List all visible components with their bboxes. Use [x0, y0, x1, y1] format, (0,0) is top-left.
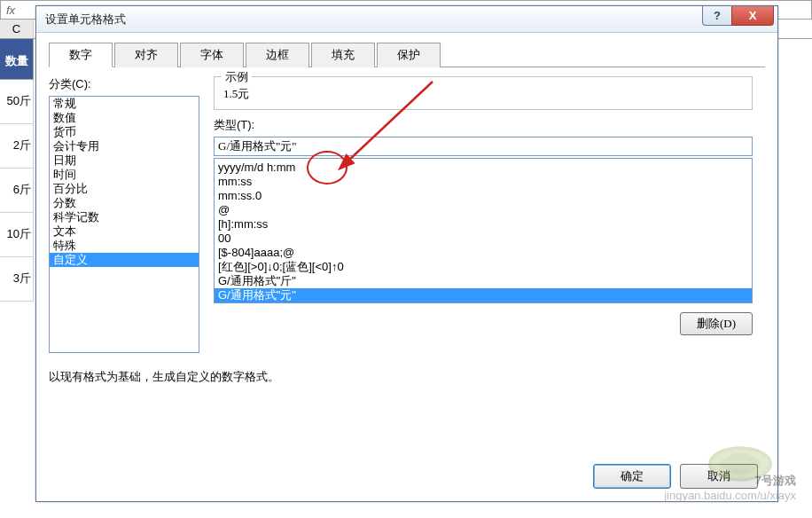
delete-button[interactable]: 删除(D) — [680, 312, 753, 335]
format-item[interactable]: yyyy/m/d h:mm — [215, 161, 752, 175]
format-item[interactable]: [h]:mm:ss — [215, 217, 752, 232]
category-item[interactable]: 数值 — [50, 111, 199, 125]
header-cell-quantity: 数量 — [0, 39, 34, 80]
dialog-title: 设置单元格格式 — [45, 12, 126, 27]
data-cell[interactable]: 10斤 — [0, 213, 34, 257]
annotation-circle — [307, 151, 347, 184]
type-input[interactable] — [214, 137, 753, 156]
category-listbox[interactable]: 常规数值货币会计专用日期时间百分比分数科学记数文本特殊自定义 — [49, 96, 199, 353]
category-item[interactable]: 常规 — [50, 97, 199, 111]
format-listbox[interactable]: 上午/下午h"时"mm"分"ss"秒"yyyy/m/d h:mmmm:ssmm:… — [214, 158, 753, 303]
tab-2[interactable]: 字体 — [180, 43, 244, 67]
tab-0[interactable]: 数字 — [49, 43, 113, 67]
format-item[interactable]: @ — [215, 203, 752, 217]
tab-3[interactable]: 边框 — [246, 43, 309, 67]
fx-label: fx — [6, 4, 15, 17]
category-item[interactable]: 特殊 — [50, 239, 199, 253]
annotation-arrow — [337, 76, 443, 174]
category-item[interactable]: 文本 — [50, 224, 199, 239]
svg-line-0 — [347, 82, 433, 161]
sample-fieldset: 示例 1.5元 — [214, 76, 753, 110]
format-item[interactable]: mm:ss — [215, 175, 752, 189]
tab-strip: 数字对齐字体边框填充保护 — [49, 42, 765, 67]
data-cell[interactable]: 3斤 — [0, 257, 34, 302]
col-header-c[interactable]: C — [0, 20, 34, 38]
sample-value: 1.5元 — [223, 86, 743, 102]
tab-1[interactable]: 对齐 — [114, 43, 178, 67]
format-item[interactable]: [红色][>0]↓0;[蓝色][<0]↑0 — [215, 260, 752, 274]
data-cell[interactable]: 50斤 — [0, 80, 34, 124]
close-button[interactable]: X — [731, 6, 774, 26]
tab-5[interactable]: 保护 — [377, 43, 441, 67]
category-item[interactable]: 百分比 — [50, 182, 199, 196]
category-item[interactable]: 时间 — [50, 168, 199, 182]
category-item[interactable]: 分数 — [50, 196, 199, 210]
format-item[interactable]: [$-804]aaaa;@ — [215, 246, 752, 260]
hint-text: 以现有格式为基础，生成自定义的数字格式。 — [49, 369, 765, 385]
sample-label: 示例 — [222, 69, 252, 85]
format-item[interactable]: G/通用格式"斤" — [215, 274, 752, 288]
help-button[interactable]: ? — [702, 6, 732, 26]
format-item[interactable]: 00 — [215, 232, 752, 246]
category-item[interactable]: 自定义 — [50, 253, 199, 267]
category-label: 分类(C): — [49, 76, 199, 92]
dialog-titlebar[interactable]: 设置单元格格式 ? X — [36, 6, 777, 33]
category-item[interactable]: 科学记数 — [50, 210, 199, 224]
category-item[interactable]: 会计专用 — [50, 139, 199, 153]
tab-4[interactable]: 填充 — [311, 43, 375, 67]
data-cell[interactable]: 6斤 — [0, 169, 34, 213]
format-item[interactable]: mm:ss.0 — [215, 189, 752, 203]
data-cell[interactable]: 2斤 — [0, 124, 34, 169]
format-item[interactable]: G/通用格式"元" — [215, 288, 752, 302]
ok-button[interactable]: 确定 — [593, 464, 671, 489]
category-item[interactable]: 货币 — [50, 125, 199, 139]
watermark-text: 7号游戏 jingyan.baidu.com/u/xiayx — [664, 468, 796, 502]
category-item[interactable]: 日期 — [50, 153, 199, 168]
type-label: 类型(T): — [214, 117, 753, 133]
